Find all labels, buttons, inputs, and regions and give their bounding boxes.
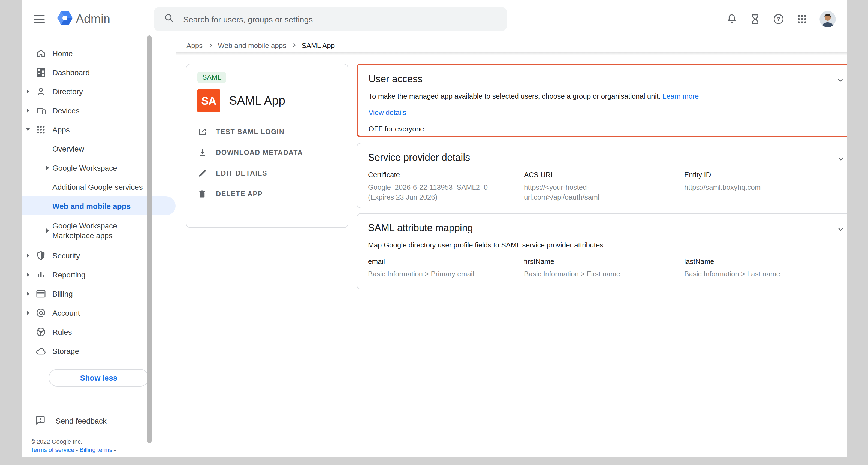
breadcrumb-current-page: SAML App [302,41,335,49]
apps-grid-icon[interactable] [796,13,808,25]
firstname-mapping-field: firstName Basic Information > First name [524,257,660,279]
sidebar-item-billing[interactable]: Billing [22,284,176,303]
account-icon [35,307,47,319]
download-icon [197,148,207,158]
menu-icon[interactable] [34,15,45,23]
attribute-mapping-title: SAML attribute mapping [368,222,843,234]
collapse-arrow-icon[interactable] [26,128,30,131]
attribute-mapping-card: SAML attribute mapping Map Google direct… [356,213,847,289]
user-access-description: To make the managed app available to sel… [369,92,842,100]
saml-badge: SAML [197,72,226,83]
chevron-right-icon [208,42,213,48]
expand-arrow-icon[interactable] [26,291,29,296]
pending-tasks-icon[interactable] [749,13,761,25]
sidebar-item-reporting[interactable]: Reporting [22,265,176,284]
sidebar-item-rules[interactable]: Rules [22,322,176,341]
app-title: SAML App [229,94,285,108]
security-icon [35,249,47,261]
rules-icon [35,326,47,338]
terms-of-service-link[interactable]: Terms of service [31,446,74,453]
sidebar-item-web-and-mobile-apps[interactable]: Web and mobile apps [22,196,176,215]
admin-logo[interactable]: Admin [57,11,111,27]
entity-id-field: Entity ID https://saml.boxyhq.com [684,170,847,192]
svg-text:?: ? [777,16,780,23]
service-provider-title: Service provider details [368,152,843,163]
delete-app-button[interactable]: DELETE APP [186,184,348,205]
expand-arrow-icon[interactable] [26,272,29,277]
lastname-mapping-field: lastName Basic Information > Last name [684,257,847,279]
sidebar-scrollbar[interactable] [147,35,152,443]
sidebar-footer: Send feedback © 2022 Google Inc. Terms o… [22,409,176,457]
sidebar-item-overview[interactable]: Overview [22,139,176,158]
user-access-card: User access To make the managed app avai… [356,64,847,137]
avatar[interactable] [819,11,836,27]
edit-icon [197,168,207,178]
sidebar-item-marketplace-apps[interactable]: Google Workspace Marketplace apps [22,215,176,246]
header-shadow [176,52,847,55]
open-in-new-icon [197,127,207,137]
breadcrumb-apps[interactable]: Apps [186,41,203,49]
expand-arrow-icon[interactable] [26,253,29,257]
attribute-mapping-description: Map Google directory user profile fields… [368,241,843,249]
app-profile-card: SAML SA SAML App TEST SAML LOGIN [186,64,348,228]
certificate-field: Certificate Google_2026-6-22-113953_SAML… [368,170,514,202]
search-icon [163,12,175,26]
sidebar-item-dashboard[interactable]: Dashboard [22,63,176,82]
sidebar: Home Dashboard [22,38,176,457]
top-header: Admin [22,0,847,38]
sidebar-item-storage[interactable]: Storage [22,341,176,360]
sidebar-item-additional-google-services[interactable]: Additional Google services [22,177,176,196]
sidebar-item-security[interactable]: Security [22,246,176,265]
sidebar-item-apps[interactable]: Apps [22,120,176,139]
learn-more-link[interactable]: Learn more [662,92,699,100]
breadcrumb-web-and-mobile-apps[interactable]: Web and mobile apps [218,41,286,49]
sidebar-item-account[interactable]: Account [22,303,176,322]
download-metadata-button[interactable]: DOWNLOAD METADATA [186,142,348,163]
dashboard-icon [35,66,47,78]
email-mapping-field: email Basic Information > Primary email [368,257,514,279]
sidebar-nav: Home Dashboard [22,38,176,386]
search-input[interactable] [182,14,497,24]
test-saml-login-button[interactable]: TEST SAML LOGIN [186,122,348,142]
billing-icon [35,287,47,300]
breadcrumb: Apps Web and mobile apps SAML App [176,38,847,52]
apps-icon [35,123,47,135]
sidebar-item-directory[interactable]: Directory [22,82,176,101]
sidebar-item-devices[interactable]: Devices [22,101,176,120]
expand-arrow-icon[interactable] [46,165,49,170]
expand-arrow-icon[interactable] [26,310,29,315]
screen: Admin [0,0,868,465]
expand-arrow-icon[interactable] [26,108,29,113]
send-feedback-button[interactable]: Send feedback [22,409,176,432]
sidebar-item-home[interactable]: Home [22,43,176,63]
storage-icon [35,345,47,357]
user-access-status: OFF for everyone [369,125,842,133]
chevron-down-icon[interactable] [836,225,845,233]
service-provider-card: Service provider details Certificate Goo… [356,143,847,208]
search-bar[interactable] [154,7,507,31]
copyright-text: © 2022 Google Inc. [31,438,176,446]
acs-url-field: ACS URL https://<your-hosted-url.com>/ap… [524,170,660,202]
product-name: Admin [76,12,111,26]
delete-icon [197,189,207,199]
header-icons: ? [726,0,836,38]
expand-arrow-icon[interactable] [26,89,29,93]
devices-icon [35,104,47,116]
show-less-button[interactable]: Show less [49,369,149,386]
footer-links: Terms of service - Billing terms - [31,446,176,454]
notifications-icon[interactable] [726,13,738,25]
billing-terms-link[interactable]: Billing terms [80,446,112,453]
user-access-title: User access [369,73,842,85]
view-details-link[interactable]: View details [369,108,406,117]
directory-icon [35,85,47,97]
app-avatar: SA [197,89,220,112]
sidebar-item-google-workspace[interactable]: Google Workspace [22,158,176,177]
expand-arrow-icon[interactable] [46,228,49,233]
edit-details-button[interactable]: EDIT DETAILS [186,163,348,184]
main-content: Apps Web and mobile apps SAML App SAML S… [176,38,847,457]
help-icon[interactable]: ? [773,13,784,25]
feedback-icon [35,414,46,427]
chevron-down-icon[interactable] [836,76,844,85]
home-icon [35,47,47,59]
chevron-down-icon[interactable] [836,154,845,163]
